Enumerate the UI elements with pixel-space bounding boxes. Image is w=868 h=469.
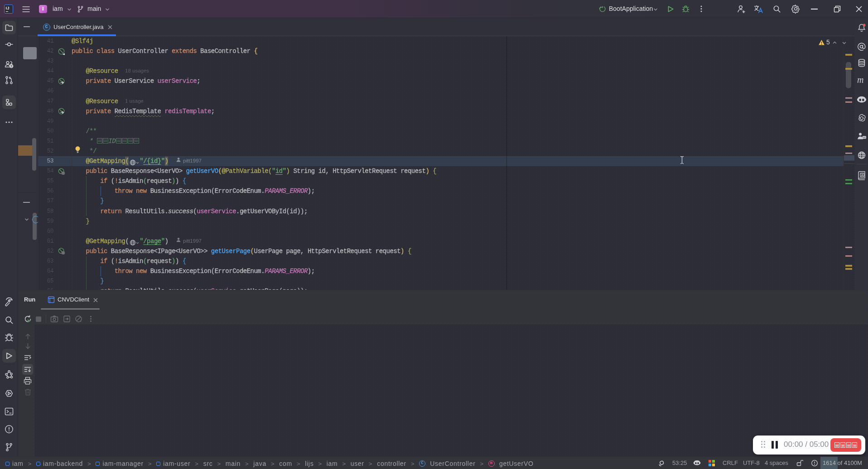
svg-text:?: ? — [10, 64, 13, 68]
svg-text:A: A — [861, 173, 863, 177]
